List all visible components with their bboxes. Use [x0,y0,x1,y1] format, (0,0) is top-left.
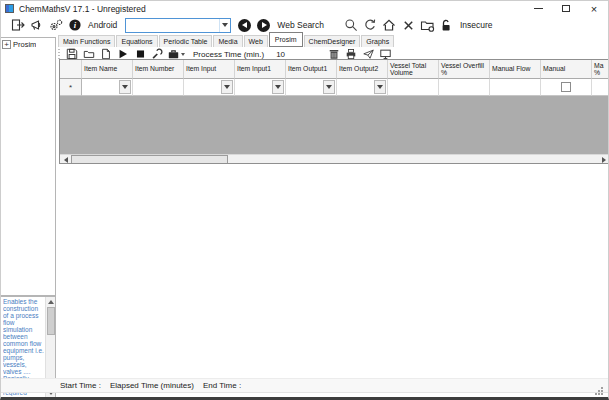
cell-ma-pct[interactable] [592,79,609,96]
status-bar: Start Time : Elapsed Time (minutes) End … [1,378,608,393]
column-header-item-input[interactable]: Item Input [184,60,235,79]
start-time-label: Start Time : [60,381,101,390]
item-output1-dropdown-button[interactable] [323,80,335,94]
gears-icon [49,18,63,32]
title-bar: ChemMathsV 17.1 - Unregistered × [1,1,608,16]
forward-icon [262,22,267,28]
combo-caret-icon [326,85,332,89]
home-icon [382,18,396,32]
unlock-icon [439,18,453,32]
process-time-value[interactable]: 10 [276,50,285,59]
cell-item-output1[interactable] [286,79,337,96]
combo-dropdown-button[interactable] [219,19,230,32]
nav-back-button[interactable] [238,19,251,32]
cell-item-input1[interactable] [235,79,286,96]
column-header-manual-flow[interactable]: Manual Flow [490,60,541,79]
tab-graphs[interactable]: Graphs [361,35,394,47]
window-title: ChemMathsV 17.1 - Unregistered [19,4,146,14]
resize-grip[interactable] [595,387,597,389]
tree-expander-icon[interactable]: + [2,40,11,49]
item-name-dropdown-button[interactable] [119,80,131,94]
tab-web[interactable]: Web [244,35,268,47]
cell-manual-flow[interactable] [490,79,541,96]
scroll-left-button[interactable] [60,155,71,164]
close-button[interactable]: × [580,1,608,16]
minimize-button[interactable] [524,1,552,16]
cell-item-number[interactable] [133,79,184,96]
tree-node-prosim[interactable]: + Prosim [2,40,54,49]
column-header-vessel-total-volume[interactable]: Vessel Total Volume [388,60,439,79]
info-icon: i [68,18,82,32]
scrollbar-thumb[interactable] [47,307,55,335]
nav-forward-button[interactable] [257,19,270,32]
exit-icon [11,18,25,32]
cell-manual[interactable] [541,79,592,96]
search-combobox[interactable] [125,18,231,33]
tab-equations[interactable]: Equations [116,35,157,47]
arrow-left-icon [64,157,68,163]
info-button[interactable]: i [66,17,83,33]
maximize-button[interactable] [552,1,580,16]
column-header-item-output1[interactable]: Item Output1 [286,60,337,79]
refresh-button[interactable] [362,17,379,33]
column-header-item-output2[interactable]: Item Output2 [337,60,388,79]
item-output2-dropdown-button[interactable] [374,80,386,94]
refresh-icon [363,18,377,32]
column-header-item-number[interactable]: Item Number [133,60,184,79]
column-header-item-name[interactable]: Item Name [82,60,133,79]
arrow-up-icon [48,300,54,304]
exit-button[interactable] [9,17,26,33]
home-button[interactable] [381,17,398,33]
web-search-label: Web Search [277,20,324,30]
stop-nav-button[interactable] [400,17,417,33]
grid-empty-area [60,96,609,154]
column-header-vessel-overfill[interactable]: Vessel Overfill % [439,60,490,79]
cell-item-input[interactable] [184,79,235,96]
new-folder-icon [420,18,435,32]
combo-caret-icon [222,23,228,27]
app-window: ChemMathsV 17.1 - Unregistered × i Andro… [0,0,609,400]
combo-caret-icon [224,85,230,89]
scroll-up-button[interactable] [46,297,56,306]
combo-caret-icon [377,85,383,89]
combo-caret-icon [275,85,281,89]
item-input-dropdown-button[interactable] [221,80,233,94]
cell-vessel-overfill[interactable] [439,79,490,96]
cell-item-name[interactable] [82,79,133,96]
column-header-item-input1[interactable]: Item Input1 [235,60,286,79]
column-header-rowselector[interactable] [60,60,82,79]
toolbar-grip [58,49,60,59]
new-folder-button[interactable] [419,17,436,33]
item-input1-dropdown-button[interactable] [272,80,284,94]
tab-prosim[interactable]: Prosim [269,32,303,47]
elapsed-time-label: Elapsed Time (minutes) [110,381,194,390]
tab-main-functions[interactable]: Main Functions [58,35,115,47]
scroll-right-button[interactable] [598,155,609,164]
column-header-manual[interactable]: Manual [541,60,592,79]
insecure-label: Insecure [460,20,493,30]
search-input[interactable] [126,19,219,32]
column-header-ma-pct[interactable]: Ma % [592,60,609,79]
new-row-marker[interactable]: * [60,79,82,96]
hscrollbar-thumb[interactable] [71,155,228,164]
announce-button[interactable] [28,17,45,33]
tab-media[interactable]: Media [213,35,242,47]
combo-caret-icon [122,85,128,89]
close-icon: × [591,4,597,14]
settings-button[interactable] [47,17,64,33]
minimize-icon [534,8,543,9]
grid-horizontal-scrollbar[interactable] [60,154,609,164]
security-button[interactable] [438,17,455,33]
cell-item-output2[interactable] [337,79,388,96]
search-icon [344,18,358,32]
cell-vessel-total-volume[interactable] [388,79,439,96]
android-label: Android [88,20,117,30]
tab-periodic-table[interactable]: Periodic Table [159,35,213,47]
tab-chemdesigner[interactable]: ChemDesigner [304,35,361,47]
web-search-button[interactable] [343,17,360,33]
toolbox-dropdown-icon [181,53,185,56]
window-controls: × [524,1,608,16]
manual-checkbox[interactable] [561,82,571,92]
arrow-right-icon [602,157,606,163]
process-time-label: Process Time (min.) [193,50,264,59]
